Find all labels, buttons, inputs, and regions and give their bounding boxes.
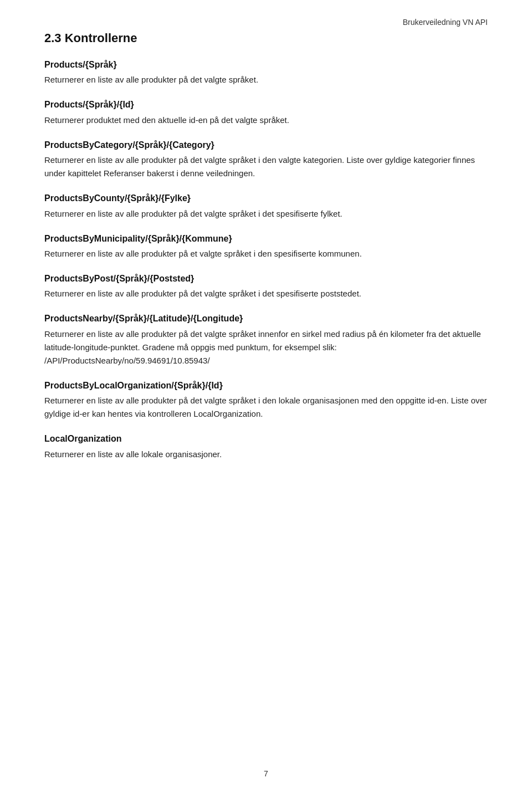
endpoint-block-9: LocalOrganization Returnerer en liste av…	[44, 433, 488, 461]
endpoint-desc-7: Returnerer en liste av alle produkter på…	[44, 328, 488, 367]
endpoint-desc-3: Returnerer en liste av alle produkter på…	[44, 154, 488, 180]
endpoint-desc-2: Returnerer produktet med den aktuelle id…	[44, 114, 488, 127]
endpoint-desc-1: Returnerer en liste av alle produkter på…	[44, 73, 488, 86]
endpoint-name-9: LocalOrganization	[44, 433, 488, 445]
endpoint-name-4: ProductsByCounty/{Språk}/{Fylke}	[44, 192, 488, 204]
page-container: Brukerveiledning VN API 2.3 Kontrollerne…	[0, 0, 532, 798]
endpoint-block-2: Products/{Språk}/{Id} Returnerer produkt…	[44, 99, 488, 126]
endpoint-name-2: Products/{Språk}/{Id}	[44, 99, 488, 111]
endpoint-block-8: ProductsByLocalOrganization/{Språk}/{Id}…	[44, 380, 488, 421]
endpoint-name-6: ProductsByPost/{Språk}/{Poststed}	[44, 273, 488, 285]
endpoint-name-5: ProductsByMunicipality/{Språk}/{Kommune}	[44, 233, 488, 245]
header-title: Brukerveiledning VN API	[403, 18, 488, 27]
endpoint-name-8: ProductsByLocalOrganization/{Språk}/{Id}	[44, 380, 488, 392]
endpoint-name-1: Products/{Språk}	[44, 59, 488, 71]
section-title: 2.3 Kontrollerne	[44, 31, 488, 45]
page-header: Brukerveiledning VN API	[403, 18, 488, 27]
endpoint-desc-9: Returnerer en liste av alle lokale organ…	[44, 448, 488, 461]
endpoint-name-7: ProductsNearby/{Språk}/{Latitude}/{Longi…	[44, 313, 488, 325]
endpoint-desc-8: Returnerer en liste av alle produkter på…	[44, 394, 488, 421]
endpoint-block-3: ProductsByCategory/{Språk}/{Category} Re…	[44, 139, 488, 180]
page-number: 7	[264, 769, 268, 778]
endpoint-block-4: ProductsByCounty/{Språk}/{Fylke} Returne…	[44, 192, 488, 220]
endpoint-block-6: ProductsByPost/{Språk}/{Poststed} Return…	[44, 273, 488, 300]
endpoint-block-1: Products/{Språk} Returnerer en liste av …	[44, 59, 488, 86]
endpoint-name-3: ProductsByCategory/{Språk}/{Category}	[44, 139, 488, 151]
endpoint-desc-4: Returnerer en liste av alle produkter på…	[44, 207, 488, 221]
endpoint-block-7: ProductsNearby/{Språk}/{Latitude}/{Longi…	[44, 313, 488, 367]
endpoint-desc-6: Returnerer en liste av alle produkter på…	[44, 287, 488, 300]
endpoint-desc-5: Returnerer en liste av alle produkter på…	[44, 247, 488, 260]
endpoint-block-5: ProductsByMunicipality/{Språk}/{Kommune}…	[44, 233, 488, 260]
